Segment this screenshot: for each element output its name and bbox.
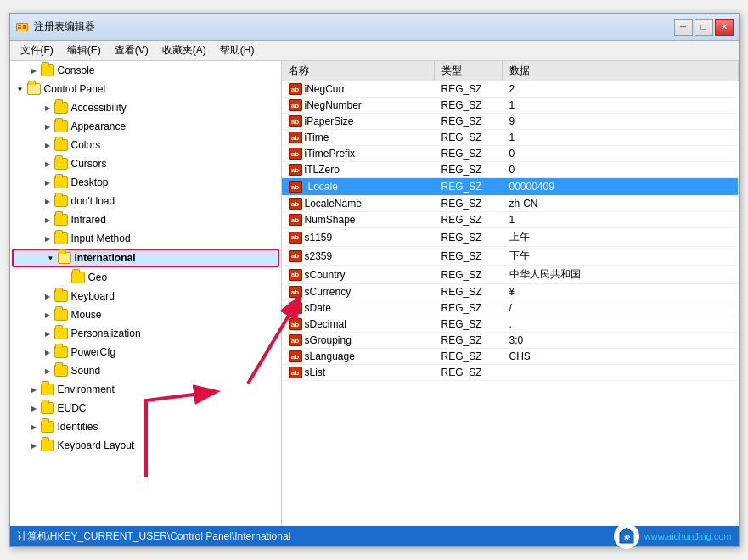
table-row[interactable]: absLanguageREG_SZCHS <box>282 349 739 365</box>
reg-value-icon: ab <box>289 99 302 111</box>
table-row[interactable]: abiTimeREG_SZ1 <box>282 130 739 146</box>
table-row[interactable]: abiTLZeroREG_SZ0 <box>282 162 739 178</box>
tree-pane[interactable]: ▶ Console ▼ Control Panel ▶ Accessibilit… <box>10 61 282 526</box>
tree-item-sound[interactable]: ▶ Sound <box>10 361 281 380</box>
tree-item-environment[interactable]: ▶ Environment <box>10 380 281 399</box>
tree-item-cursors[interactable]: ▶ Cursors <box>10 154 281 173</box>
app-icon <box>15 20 29 34</box>
reg-value-icon: ab <box>289 318 302 330</box>
tree-item-keyboard[interactable]: ▶ Keyboard <box>10 287 281 305</box>
tree-arrow-controlpanel: ▼ <box>14 82 27 96</box>
table-row[interactable]: abNumShapeREG_SZ1 <box>282 212 739 228</box>
reg-value-icon: ab <box>289 334 302 346</box>
tree-label-console: Console <box>58 64 95 76</box>
folder-icon-international <box>58 252 71 264</box>
table-row[interactable]: abiPaperSizeREG_SZ9 <box>282 114 739 130</box>
tree-label-infrared: Infrared <box>71 214 106 226</box>
menu-help[interactable]: 帮助(H) <box>213 42 262 59</box>
svg-rect-4 <box>23 25 26 29</box>
reg-value-icon: ab <box>289 286 302 298</box>
title-bar: 注册表编辑器 ─ □ ✕ <box>10 14 739 41</box>
table-row[interactable]: abs1159REG_SZ上午 <box>282 228 739 247</box>
tree-item-colors[interactable]: ▶ Colors <box>10 136 281 154</box>
table-row[interactable]: absDateREG_SZ/ <box>282 300 739 316</box>
cell-name: absDecimal <box>282 316 435 333</box>
tree-arrow-appearance: ▶ <box>41 120 54 133</box>
folder-icon-keyboard <box>54 290 68 302</box>
tree-item-eudc[interactable]: ▶ EUDC <box>10 399 281 417</box>
tree-arrow-inputmethod: ▶ <box>41 232 54 245</box>
tree-item-console[interactable]: ▶ Console <box>10 61 281 80</box>
tree-item-desktop[interactable]: ▶ Desktop <box>10 173 281 192</box>
tree-item-keyboardlayout[interactable]: ▶ Keyboard Layout <box>10 436 281 455</box>
tree-item-controlpanel[interactable]: ▼ Control Panel <box>10 80 281 98</box>
reg-value-icon: ab <box>289 148 302 160</box>
tree-arrow-keyboard: ▶ <box>41 289 54 303</box>
reg-value-icon: ab <box>289 232 302 244</box>
watermark-logo: 爱 <box>614 524 639 549</box>
table-row[interactable]: abLocaleREG_SZ00000409 <box>282 178 739 196</box>
folder-icon-identities <box>41 421 54 433</box>
tree-label-geo: Geo <box>88 272 108 283</box>
minimize-button[interactable]: ─ <box>674 19 693 36</box>
tree-item-identities[interactable]: ▶ Identities <box>10 417 281 436</box>
folder-icon-powercfg <box>54 346 68 358</box>
cell-type: REG_SZ <box>435 365 503 381</box>
tree-item-personalization[interactable]: ▶ Personalization <box>10 324 281 343</box>
menu-view[interactable]: 查看(V) <box>108 42 155 59</box>
registry-editor-window: 注册表编辑器 ─ □ ✕ 文件(F) 编辑(E) 查看(V) 收藏夹(A) 帮助… <box>9 13 740 547</box>
tree-arrow-environment: ▶ <box>27 383 41 396</box>
table-row[interactable]: absCurrencyREG_SZ¥ <box>282 284 739 300</box>
table-row[interactable]: absCountryREG_SZ中华人民共和国 <box>282 266 739 284</box>
table-row[interactable]: absDecimalREG_SZ. <box>282 316 739 333</box>
table-row[interactable]: abiNegNumberREG_SZ1 <box>282 98 739 114</box>
table-row[interactable]: absGroupingREG_SZ3;0 <box>282 333 739 349</box>
tree-item-powercfg[interactable]: ▶ PowerCfg <box>10 343 281 361</box>
tree-item-infrared[interactable]: ▶ Infrared <box>10 210 281 229</box>
table-row[interactable]: abLocaleNameREG_SZzh-CN <box>282 196 739 212</box>
reg-value-icon: ab <box>289 164 302 176</box>
cell-data: 2 <box>503 81 739 98</box>
cell-type: REG_SZ <box>435 284 503 300</box>
tree-label-eudc: EUDC <box>58 402 87 414</box>
reg-value-icon: ab <box>289 367 302 378</box>
tree-item-accessibility[interactable]: ▶ Accessibility <box>10 98 281 117</box>
maximize-button[interactable]: □ <box>695 19 713 36</box>
tree-label-international: International <box>75 252 136 264</box>
table-row[interactable]: abs2359REG_SZ下午 <box>282 247 739 266</box>
tree-label-keyboard: Keyboard <box>71 290 115 302</box>
tree-item-inputmethod[interactable]: ▶ Input Method <box>10 229 281 248</box>
tree-label-cursors: Cursors <box>71 158 107 170</box>
cell-type: REG_SZ <box>435 300 503 316</box>
tree-item-appearance[interactable]: ▶ Appearance <box>10 117 281 136</box>
folder-icon-appearance <box>54 120 68 132</box>
cell-data: 0 <box>503 146 739 162</box>
registry-table-pane[interactable]: 名称 类型 数据 abiNegCurrREG_SZ2abiNegNumberRE… <box>282 61 739 526</box>
cell-name: absCountry <box>282 266 435 284</box>
cell-name: abs1159 <box>282 228 435 247</box>
table-row[interactable]: abiNegCurrREG_SZ2 <box>282 81 739 98</box>
tree-label-controlpanel: Control Panel <box>44 83 106 95</box>
tree-arrow-sound: ▶ <box>41 364 54 378</box>
tree-label-accessibility: Accessibility <box>71 102 127 114</box>
close-button[interactable]: ✕ <box>715 19 734 36</box>
reg-value-icon: ab <box>289 269 302 281</box>
tree-item-mouse[interactable]: ▶ Mouse <box>10 305 281 324</box>
menu-file[interactable]: 文件(F) <box>14 42 60 59</box>
cell-name: abiPaperSize <box>282 114 435 130</box>
cell-name: abiNegCurr <box>282 81 435 98</box>
menu-edit[interactable]: 编辑(E) <box>60 42 108 59</box>
tree-arrow-accessibility: ▶ <box>41 101 54 115</box>
status-bar-path: 计算机\HKEY_CURRENT_USER\Control Panel\Inte… <box>17 529 291 544</box>
folder-icon-geo <box>71 272 85 283</box>
cell-type: REG_SZ <box>435 98 503 114</box>
menu-favorites[interactable]: 收藏夹(A) <box>155 42 213 59</box>
reg-value-icon: ab <box>289 181 302 193</box>
tree-item-international[interactable]: ▼ International <box>12 249 279 267</box>
title-bar-text: 注册表编辑器 <box>34 20 674 34</box>
tree-item-geo[interactable]: ▶ Geo <box>10 268 281 287</box>
table-row[interactable]: abiTimePrefixREG_SZ0 <box>282 146 739 162</box>
tree-item-dontload[interactable]: ▶ don't load <box>10 192 281 210</box>
table-row[interactable]: absListREG_SZ <box>282 365 739 381</box>
tree-label-appearance: Appearance <box>71 120 127 132</box>
